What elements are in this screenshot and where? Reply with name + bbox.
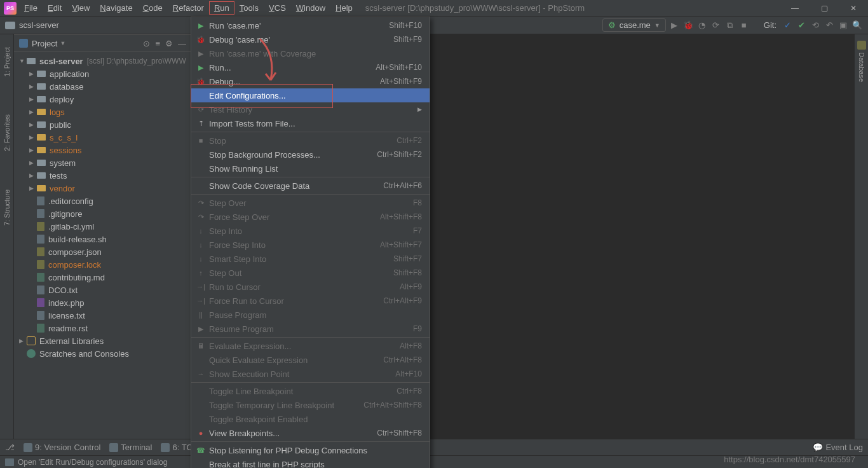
collapse-icon[interactable]: ≡ xyxy=(155,39,160,48)
menu-tools[interactable]: Tools xyxy=(234,1,264,15)
menu-item: ↷Step OverF8 xyxy=(191,196,430,210)
maximize-button[interactable]: ▢ xyxy=(810,4,839,13)
event-log-button[interactable]: 💬 Event Log xyxy=(813,443,863,452)
menu-item[interactable]: ⤒Import Tests from File... xyxy=(191,116,430,130)
project-view-label[interactable]: Project xyxy=(32,39,57,48)
tree-row[interactable]: logs xyxy=(14,106,191,118)
menu-item: ↓Force Step IntoAlt+Shift+F7 xyxy=(191,238,430,252)
tree-row[interactable]: contributing.md xyxy=(14,271,191,284)
database-icon xyxy=(857,41,866,50)
git-history-button[interactable]: ⟲ xyxy=(810,20,821,30)
menu-item: ||Pause Program xyxy=(191,308,430,322)
breadcrumb-root[interactable]: scsl-server xyxy=(19,20,59,30)
menu-item[interactable]: Edit Configurations... xyxy=(191,88,430,102)
menu-vcs[interactable]: VCS xyxy=(264,1,291,15)
database-tab[interactable]: Database xyxy=(858,52,865,82)
tree-row[interactable]: readme.rst xyxy=(14,322,191,334)
menu-item: 🖩Evaluate Expression...Alt+F8 xyxy=(191,339,430,353)
menu-item: ▶Run 'case.me' with Coverage xyxy=(191,46,430,60)
menu-refactor[interactable]: Refactor xyxy=(168,1,209,15)
git-commit-button[interactable]: ✔ xyxy=(796,20,807,30)
menu-item[interactable]: ▶Run...Alt+Shift+F10 xyxy=(191,60,430,74)
profile-button[interactable]: ⟳ xyxy=(710,20,722,30)
menu-item: ↷Force Step OverAlt+Shift+F8 xyxy=(191,210,430,224)
chevron-down-icon[interactable]: ▼ xyxy=(60,40,65,46)
tree-row[interactable]: public xyxy=(14,118,191,131)
left-tab[interactable]: 7: Structure xyxy=(3,189,11,226)
tree-row[interactable]: application xyxy=(14,67,191,80)
run-config-selector[interactable]: ⚙ case.me ▼ xyxy=(602,18,666,32)
tree-row[interactable]: system xyxy=(14,156,191,169)
toolbar-right: ⚙ case.me ▼ ▶ 🐞 ◔ ⟳ ⧉ ■ Git: ✓ ✔ ⟲ ↶ ▣ 🔍 xyxy=(602,18,863,32)
menu-item[interactable]: Show Running List xyxy=(191,162,430,176)
tree-row[interactable]: .gitlab-ci.yml xyxy=(14,220,191,233)
menu-window[interactable]: Window xyxy=(291,1,330,15)
menu-item: ↓Smart Step IntoShift+F7 xyxy=(191,252,430,266)
tree-row[interactable]: scsl-server [scsl] D:\phpstudy_pro\WWW xyxy=(14,55,191,67)
tree-row[interactable]: Scratches and Consoles xyxy=(14,347,191,360)
project-tree[interactable]: scsl-server [scsl] D:\phpstudy_pro\WWWap… xyxy=(14,52,191,362)
menu-view[interactable]: View xyxy=(67,1,95,15)
tree-row[interactable]: DCO.txt xyxy=(14,284,191,296)
tree-row[interactable]: .editorconfig xyxy=(14,195,191,207)
settings-icon[interactable]: ⚙ xyxy=(165,39,173,48)
menu-item[interactable]: Show Code Coverage DataCtrl+Alt+F6 xyxy=(191,179,430,193)
tree-row[interactable]: database xyxy=(14,80,191,93)
menu-item[interactable]: ●View Breakpoints...Ctrl+Shift+F8 xyxy=(191,426,430,440)
git-revert-button[interactable]: ↶ xyxy=(824,20,835,30)
right-gutter: Database xyxy=(854,34,868,443)
left-tab[interactable]: 2: Favorites xyxy=(3,114,11,151)
branch-icon[interactable]: ⎇ xyxy=(5,443,15,452)
attach-button[interactable]: ⧉ xyxy=(724,20,736,31)
tree-row[interactable]: sessions xyxy=(14,144,191,156)
tree-row[interactable]: license.txt xyxy=(14,309,191,322)
menu-item[interactable]: 🐞Debug...Alt+Shift+F9 xyxy=(191,74,430,88)
menu-run[interactable]: Run xyxy=(209,1,234,15)
git-update-button[interactable]: ✓ xyxy=(782,20,793,30)
debug-button[interactable]: 🐞 xyxy=(682,20,694,30)
tree-row[interactable]: .gitignore xyxy=(14,207,191,220)
minimize-button[interactable]: — xyxy=(780,4,810,13)
menu-item[interactable]: Stop Background Processes...Ctrl+Shift+F… xyxy=(191,148,430,162)
menu-file[interactable]: File xyxy=(19,1,43,15)
stop-button[interactable]: ■ xyxy=(738,20,750,30)
bottom-tool[interactable]: Terminal xyxy=(109,443,152,452)
folder-icon xyxy=(5,22,15,29)
menu-help[interactable]: Help xyxy=(330,1,358,15)
tree-row[interactable]: composer.json xyxy=(14,245,191,258)
project-header: Project ▼ ⊙ ≡ ⚙ — xyxy=(14,34,191,52)
ide-settings-button[interactable]: ▣ xyxy=(837,20,849,30)
menu-edit[interactable]: Edit xyxy=(43,1,67,15)
bottom-tool-tabs: ⎇9: Version ControlTerminal6: TOD 💬 Even… xyxy=(0,439,868,455)
tree-row[interactable]: tests xyxy=(14,169,191,182)
hide-icon[interactable]: — xyxy=(178,39,186,48)
event-log-label: Event Log xyxy=(825,443,863,452)
toolbar: scsl-server ⚙ case.me ▼ ▶ 🐞 ◔ ⟳ ⧉ ■ Git:… xyxy=(0,17,868,34)
main-area: 1: Project2: Favorites7: Structure Proje… xyxy=(0,34,868,443)
tree-row[interactable]: index.php xyxy=(14,296,191,309)
tree-row[interactable]: s_c_s_l xyxy=(14,131,191,144)
project-icon xyxy=(19,39,28,48)
project-tool-window: Project ▼ ⊙ ≡ ⚙ — scsl-server [scsl] D:\… xyxy=(14,34,192,443)
menu-code[interactable]: Code xyxy=(138,1,168,15)
menu-item[interactable]: 🐞Debug 'case.me'Shift+F9 xyxy=(191,32,430,46)
menu-navigate[interactable]: Navigate xyxy=(95,1,137,15)
run-button[interactable]: ▶ xyxy=(668,20,680,30)
tree-row[interactable]: vendor xyxy=(14,182,191,195)
menu-item[interactable]: Break at first line in PHP scripts xyxy=(191,457,430,468)
tree-row[interactable]: composer.lock xyxy=(14,258,191,271)
title-bar: PS FileEditViewNavigateCodeRefactorRunTo… xyxy=(0,0,868,17)
menu-item: ↓Step IntoF7 xyxy=(191,224,430,238)
menu-item[interactable]: ▶Run 'case.me'Shift+F10 xyxy=(191,18,430,32)
tree-row[interactable]: External Libraries xyxy=(14,334,191,347)
close-button[interactable]: ✕ xyxy=(839,4,868,13)
coverage-button[interactable]: ◔ xyxy=(696,20,708,30)
bottom-tool[interactable]: 9: Version Control xyxy=(24,443,100,452)
left-tab[interactable]: 1: Project xyxy=(3,47,11,76)
search-everywhere-button[interactable]: 🔍 xyxy=(851,20,863,30)
watermark: https://blog.csdn.net/dmt742055597 xyxy=(724,455,855,464)
locate-icon[interactable]: ⊙ xyxy=(143,39,150,48)
tree-row[interactable]: build-release.sh xyxy=(14,233,191,245)
tree-row[interactable]: deploy xyxy=(14,93,191,106)
menu-item[interactable]: ☎Stop Listening for PHP Debug Connection… xyxy=(191,443,430,457)
